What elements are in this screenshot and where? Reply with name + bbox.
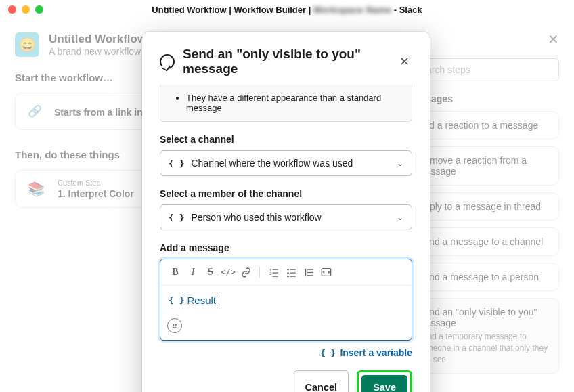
- italic-button[interactable]: I: [185, 265, 201, 280]
- svg-point-16: [173, 324, 174, 325]
- svg-rect-4: [272, 276, 278, 276]
- message-body[interactable]: { } Result: [160, 286, 412, 314]
- code-block-button[interactable]: [318, 265, 334, 280]
- svg-rect-13: [307, 271, 313, 272]
- variable-icon: { }: [320, 348, 336, 358]
- bullet-list-button[interactable]: [283, 265, 299, 280]
- svg-rect-3: [272, 272, 278, 273]
- svg-rect-11: [305, 268, 306, 276]
- svg-point-5: [287, 268, 289, 270]
- variable-token-text: Result: [187, 295, 216, 306]
- text-cursor: [217, 295, 217, 306]
- select-channel-label: Select a channel: [160, 134, 412, 145]
- chevron-down-icon: ⌄: [397, 213, 403, 222]
- select-member-label: Select a member of the channel: [160, 188, 412, 199]
- svg-rect-1: [272, 269, 278, 269]
- message-bubble-icon: [160, 54, 175, 69]
- variable-icon: { }: [169, 295, 184, 305]
- variable-icon: { }: [169, 213, 184, 223]
- save-button[interactable]: Save: [361, 375, 407, 392]
- add-message-label: Add a message: [160, 242, 412, 253]
- strikethrough-button[interactable]: S: [202, 265, 219, 280]
- svg-rect-14: [307, 275, 313, 276]
- bold-button[interactable]: B: [167, 265, 183, 280]
- code-button[interactable]: </>: [220, 265, 236, 280]
- ordered-list-button[interactable]: 12: [265, 265, 282, 280]
- svg-rect-6: [290, 269, 295, 269]
- svg-point-17: [175, 324, 176, 325]
- svg-text:2: 2: [269, 271, 271, 275]
- svg-point-9: [287, 275, 289, 277]
- message-editor[interactable]: B I S </> 12: [160, 259, 412, 341]
- window-titlebar: Untitled Workflow | Workflow Builder | W…: [0, 0, 574, 19]
- blockquote-button[interactable]: [301, 265, 317, 280]
- info-bullet: They have a different appearance than a …: [186, 93, 401, 113]
- window-title: Untitled Workflow | Workflow Builder | W…: [0, 5, 574, 15]
- send-ephemeral-modal: Send an "only visible to you" message ✕ …: [142, 32, 430, 392]
- svg-rect-12: [307, 269, 313, 269]
- select-channel-dropdown[interactable]: { } Channel where the workflow was used …: [160, 150, 412, 176]
- svg-point-7: [287, 271, 289, 274]
- link-button[interactable]: [238, 265, 254, 280]
- svg-rect-8: [290, 272, 295, 273]
- select-member-dropdown[interactable]: { } Person who used this workflow ⌄: [160, 204, 412, 230]
- close-icon[interactable]: ✕: [397, 53, 412, 70]
- editor-toolbar: B I S </> 12: [160, 259, 412, 286]
- info-box: They have a different appearance than a …: [160, 85, 412, 122]
- insert-variable-link[interactable]: { } Insert a variable: [160, 347, 412, 358]
- chevron-down-icon: ⌄: [397, 158, 403, 168]
- select-member-value: Person who used this workflow: [191, 212, 321, 223]
- save-highlight-box: Save: [357, 370, 412, 392]
- svg-rect-10: [290, 276, 295, 276]
- variable-token[interactable]: { } Result: [169, 295, 216, 306]
- toolbar-separator: [259, 267, 260, 278]
- select-channel-value: Channel where the workflow was used: [191, 158, 353, 169]
- variable-icon: { }: [169, 158, 184, 169]
- modal-title: Send an "only visible to you" message: [183, 47, 389, 77]
- emoji-picker-button[interactable]: [167, 318, 182, 333]
- cancel-button[interactable]: Cancel: [294, 370, 349, 392]
